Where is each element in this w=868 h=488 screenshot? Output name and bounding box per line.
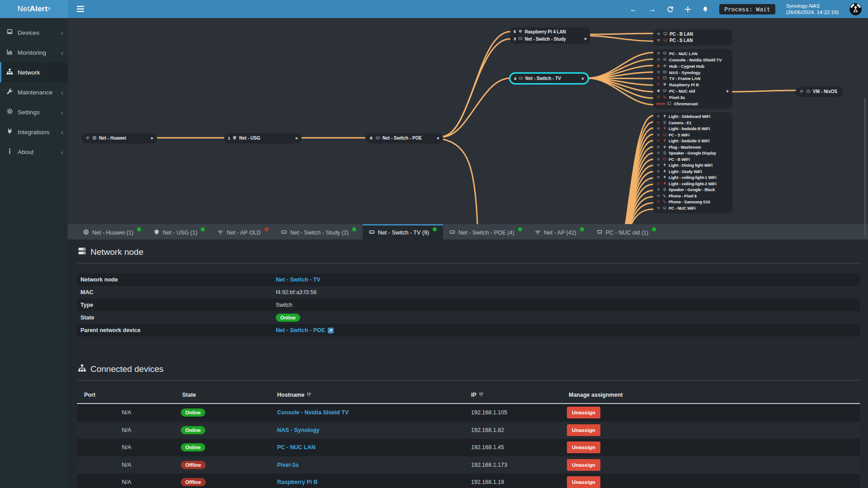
device-leaf-pc-b-lan[interactable]: PC - B LAN [653,32,732,37]
device-leaf-pc-nuc-lan[interactable]: PC - NUC LAN [653,51,732,56]
unassign-button[interactable]: Unassign [567,407,600,418]
device-leaf-pixel-3a[interactable]: Pixel-3a [653,95,732,100]
device-leaf-light-study-wifi[interactable]: Light - Study WiFi [653,169,732,174]
device-leaf-pc-b-wifi[interactable]: PC - B WiFi [653,157,732,162]
device-leaf-light-dining-light-wifi[interactable]: Light - Dining light WiFi [653,163,732,168]
node-huawei[interactable]: Net - Huawei [82,133,157,143]
sidebar-item-about[interactable]: About‹ [0,142,68,162]
nav-forward-icon[interactable]: → [648,5,656,13]
nav-back-icon[interactable]: ← [630,5,637,13]
tab-net-usg-1[interactable]: Net - USG (1) [147,224,211,239]
tab-net-switch-study-2[interactable]: Net - Switch - Study (2) [275,224,363,239]
device-leaf-console-nvidia-shield-tv[interactable]: Console - Nvidia Shield TV [653,57,732,62]
device-leaf-pc-s-lan[interactable]: PC - S LAN [653,38,732,43]
hub-icon [663,64,667,69]
scrollbar-thumb[interactable] [864,98,866,237]
device-leaf-phone-samsung-s10[interactable]: Phone - Samsung S10 [653,200,732,205]
device-leaf-nas-synology[interactable]: NAS - Synology [653,70,732,75]
node-usg[interactable]: 1Net - USG [224,133,302,143]
collapse-toggle[interactable] [726,90,729,93]
detail-link[interactable]: Net - Switch - POE [276,327,325,333]
device-leaf-raspberry-pi-b[interactable]: Raspberry Pi B [653,82,732,87]
unassign-button[interactable]: Unassign [567,441,600,453]
device-leaf-light-ceiling-light-1-wifi[interactable]: Light - ceiling-light-1 WiFi [653,175,732,180]
hostname-link[interactable]: NAS - Synology [277,427,320,433]
detail-link[interactable]: Net - Switch - TV [276,277,321,283]
collapse-toggle[interactable] [151,137,153,140]
chevron-left-icon: ‹ [61,148,63,156]
sidebar-item-network[interactable]: Network [0,62,68,82]
device-leaf-light-ceiling-light-2-wifi[interactable]: Light - ceiling-light-2 WiFi [653,182,732,187]
host-timestamp: (26/06/2024, 14:22:16) [786,9,839,15]
device-leaf-tv-frame-lan[interactable]: TV - Frame LAN [653,76,732,81]
tab-net-ap-old[interactable]: Net - AP OLD [211,224,275,239]
column-header-ip[interactable]: IP [466,392,563,398]
external-link-icon[interactable] [328,328,334,333]
node-raspberry-pi-4-lan[interactable]: 5Raspberry Pi 4 LAN [510,28,590,35]
app-logo[interactable]: NetAlertx [0,0,68,18]
sidebar-item-monitoring[interactable]: Monitoring‹ [0,42,68,62]
device-leaf-speaker-google-black[interactable]: Speaker - Google - Black [653,188,732,192]
hostname-link[interactable]: Pixel-3a [277,462,298,468]
user-avatar[interactable] [849,3,862,15]
chevron-left-icon: ‹ [61,108,63,116]
host-info: Synology-NAS (26/06/2024, 14:22:16) [786,3,839,15]
device-label: Speaker - Google Display [669,151,716,155]
node-net-switch-study[interactable]: 3Net - Switch - Study [510,35,590,42]
network-topology-canvas[interactable]: Net - Huawei1Net - USGNet - Switch - POE… [68,18,868,224]
sidebar-item-maintenance[interactable]: Maintenance‹ [0,82,68,102]
eth-icon [663,51,667,56]
device-leaf-light-bedside-s-wifi[interactable]: Light - bedside S WiFi [653,139,732,144]
wifi-icon [656,188,660,192]
status-dot-red [264,227,269,231]
wifi-icon [656,175,660,180]
raspberry-icon [663,82,667,87]
device-leaf-pc-nuc-wifi[interactable]: PC - NUC WiFi [653,206,732,211]
refresh-icon[interactable] [667,6,674,13]
home-icon [656,64,660,69]
collapse-toggle[interactable] [584,38,587,40]
collapse-toggle[interactable] [295,137,298,140]
device-leaf-chromecast[interactable]: NoneChromecast [653,101,732,106]
column-header-hostname[interactable]: Hostname [271,392,466,398]
sidebar-toggle-icon[interactable] [77,6,84,12]
device-leaf-light-sideboard-wifi[interactable]: Light - Sideboard WiFi [653,114,732,119]
sidebar-item-integrations[interactable]: Integrations‹ [0,122,68,142]
collapse-toggle[interactable] [437,137,439,140]
tab-net-switch-tv-9[interactable]: Net - Switch - TV (9) [363,224,443,239]
unassign-button[interactable]: Unassign [567,459,600,471]
sidebar-item-settings[interactable]: Settings‹ [0,102,68,122]
node-vm[interactable]: VM - NixOS [796,87,843,96]
sidebar-item-devices[interactable]: Devices‹ [0,23,68,42]
device-label: Camera - E1 [669,121,691,125]
device-leaf-camera-e1[interactable]: Camera - E1 [653,121,732,126]
wifi-icon [656,139,660,144]
device-leaf-light-bedside-b-wifi[interactable]: Light - bedside B WiFi [653,127,732,131]
tab-net-ap-42[interactable]: Net - AP (42) [528,224,590,239]
hostname-link[interactable]: Console - Nvidia Shield TV [277,409,349,416]
device-leaf-hub-cygnet-hub[interactable]: Hub - Cygnet Hub [653,64,732,69]
move-pan-icon[interactable] [684,6,691,13]
tab-net-huawei-1[interactable]: Net - Huawei (1) [77,224,147,239]
node-tv[interactable]: 4Net - Switch - TV [510,74,588,83]
tab-pc-nuc-old-1[interactable]: PC - NUC old (1) [590,224,662,239]
tab-net-switch-poe-4[interactable]: Net - Switch - POE (4) [443,224,528,239]
node-label: Net - Switch - TV [525,76,561,81]
node-label: Net - USG [239,136,260,141]
detail-label: Type [80,302,276,308]
device-leaf-plug-washroom[interactable]: Plug - Washroom [653,145,732,150]
device-leaf-speaker-google-display[interactable]: Speaker - Google Display [653,151,732,156]
hostname-cell: Pixel-3a [271,462,466,468]
logo-sup: x [48,6,50,11]
unassign-button[interactable]: Unassign [567,476,600,488]
node-poe[interactable]: Net - Switch - POE [365,133,443,143]
unassign-button[interactable]: Unassign [567,424,600,436]
status-dot-green [137,227,141,231]
hostname-link[interactable]: Raspberry Pi B [277,479,318,485]
device-leaf-pc-nuc-old[interactable]: PC - NUC old [653,89,732,94]
hostname-link[interactable]: PC - NUC LAN [277,444,316,450]
device-leaf-pc-s-wifi[interactable]: PC - S WiFi [653,133,732,138]
notifications-bell-icon[interactable] [702,6,708,13]
collapse-toggle[interactable] [581,77,584,80]
device-leaf-phone-pixel-6[interactable]: Phone - Pixel 6 [653,194,732,199]
